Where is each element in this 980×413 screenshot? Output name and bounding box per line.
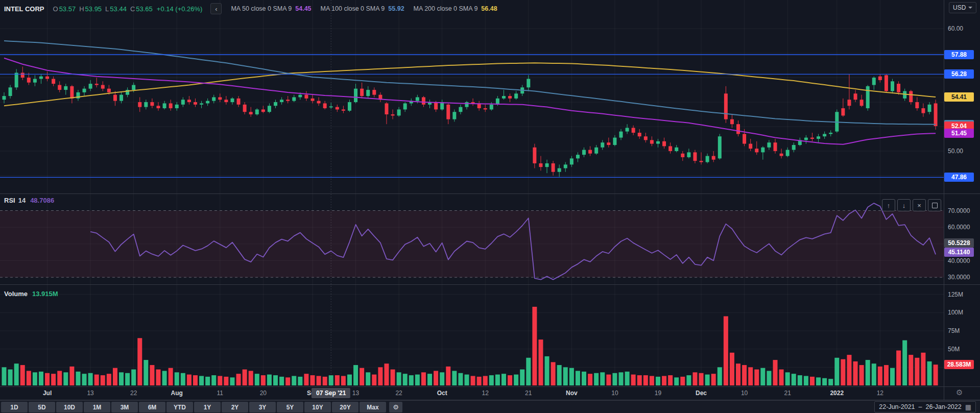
axis-settings-gear-icon[interactable]: ⚙ — [956, 388, 963, 397]
time-tick-11: 11 — [217, 390, 223, 397]
range-button-max[interactable]: Max — [360, 402, 386, 412]
range-button-10y[interactable]: 10Y — [304, 402, 331, 412]
range-button-5d[interactable]: 5D — [29, 402, 55, 412]
time-axis[interactable]: Jul1322Aug1120Sep1322Oct1221Nov1019Dec10… — [0, 387, 980, 400]
time-tick-22: 22 — [130, 390, 137, 397]
ma100-value: 55.92 — [388, 5, 404, 12]
time-tick-19: 19 — [655, 390, 661, 397]
rsi-band — [0, 211, 944, 278]
rsi-pane-controls: ↑↓× — [882, 199, 941, 211]
price-label-54.41[interactable]: 54.41 — [944, 92, 974, 102]
move-pane-up-button[interactable]: ↑ — [882, 199, 895, 211]
price-level-lines — [0, 55, 944, 177]
currency-label: USD — [953, 4, 966, 11]
range-button-3m[interactable]: 3M — [111, 402, 138, 412]
toolbar-gear-icon[interactable]: ⚙ — [389, 402, 402, 412]
price-label-57.88[interactable]: 57.88 — [944, 50, 974, 59]
volume-legend: Volume 13.915M — [4, 290, 58, 298]
ma50-value: 54.45 — [295, 5, 311, 12]
symbol-name: INTEL CORP — [4, 5, 44, 13]
maximize-pane-button[interactable] — [928, 199, 941, 211]
range-button-ytd[interactable]: YTD — [166, 402, 193, 412]
range-button-3y[interactable]: 3Y — [249, 402, 276, 412]
range-button-5y[interactable]: 5Y — [277, 402, 303, 412]
volume-label-last[interactable]: 28.583M — [944, 360, 974, 369]
close-label: C — [130, 5, 135, 13]
time-tick-Nov: Nov — [566, 390, 578, 397]
gridlines — [0, 0, 944, 386]
rsi-tick-70.0000: 70.0000 — [948, 207, 970, 214]
close-value: 53.65 — [136, 5, 153, 13]
rsi-tick-30.0000: 30.0000 — [948, 274, 970, 281]
time-tick-12: 12 — [482, 390, 489, 397]
price-label-51.45[interactable]: 51.45 — [944, 129, 974, 138]
time-tick-Jul: Jul — [43, 390, 52, 397]
collapse-legend-button[interactable]: ‹ — [210, 3, 222, 14]
range-button-6m[interactable]: 6M — [139, 402, 165, 412]
price-label-56.28[interactable]: 56.28 — [944, 69, 974, 79]
chevron-left-icon: ‹ — [215, 5, 217, 13]
ma50-legend: MA 50 close 0 SMA 954.45 — [231, 5, 311, 12]
time-tick-Aug: Aug — [171, 390, 183, 397]
ma200-line — [4, 63, 936, 106]
range-button-1y[interactable]: 1Y — [194, 402, 221, 412]
rsi-value: 48.7086 — [30, 197, 54, 204]
low-value: 53.44 — [110, 5, 127, 13]
range-button-10d[interactable]: 10D — [56, 402, 83, 412]
ma50-line — [4, 58, 936, 144]
change-value: +0.14 (+0.26%) — [157, 5, 203, 13]
price-tick-50.00: 50.00 — [948, 148, 963, 155]
ma200-legend: MA 200 close 0 SMA 956.48 — [414, 5, 497, 12]
rsi-period: 14 — [18, 197, 26, 204]
ma100-line — [4, 41, 936, 125]
volume-value: 13.915M — [32, 290, 58, 298]
range-button-20y[interactable]: 20Y — [332, 402, 358, 412]
volume-tick-75M: 75M — [948, 327, 960, 334]
time-tick-10: 10 — [741, 390, 748, 397]
ma100-legend: MA 100 close 0 SMA 955.92 — [321, 5, 404, 12]
time-tick-2022: 2022 — [830, 390, 844, 397]
time-tick-20: 20 — [260, 390, 267, 397]
currency-selector[interactable]: USD — [949, 2, 976, 13]
volume-tick-50M: 50M — [948, 346, 960, 353]
time-tick-12: 12 — [877, 390, 883, 397]
price-label-47.86[interactable]: 47.86 — [944, 173, 974, 182]
rsi-label-50.5228[interactable]: 50.5228 — [944, 238, 974, 248]
time-tick-21: 21 — [784, 390, 791, 397]
time-tick-13: 13 — [352, 390, 359, 397]
date-to: 26-Jan-2022 — [926, 403, 962, 410]
chevron-down-icon — [968, 7, 972, 9]
maximize-icon — [932, 203, 938, 208]
time-tick-22: 22 — [395, 390, 402, 397]
volume-tick-100M: 100M — [948, 309, 963, 316]
volume-bars — [2, 307, 938, 385]
move-pane-down-button[interactable]: ↓ — [897, 199, 911, 211]
calendar-icon: ▦ — [965, 403, 971, 411]
ma200-value: 56.48 — [481, 5, 497, 12]
remove-pane-button[interactable]: × — [913, 199, 926, 211]
range-button-2y[interactable]: 2Y — [222, 402, 248, 412]
low-label: L — [105, 5, 109, 13]
rsi-tick-40.0000: 40.0000 — [948, 257, 970, 264]
rsi-legend: RSI 14 48.7086 — [4, 197, 54, 204]
date-range-picker[interactable]: 22-Jun-2021 – 26-Jan-2022 ▦ — [874, 401, 976, 412]
volume-title: Volume — [4, 290, 28, 298]
high-label: H — [79, 5, 84, 13]
time-tick-Dec: Dec — [696, 390, 707, 397]
range-button-1m[interactable]: 1M — [84, 402, 110, 412]
date-separator: – — [919, 403, 922, 410]
open-value: 53.57 — [59, 5, 76, 13]
time-tick-Oct: Oct — [437, 390, 447, 397]
chart-canvas[interactable] — [0, 0, 980, 413]
volume-tick-125M: 125M — [948, 291, 963, 298]
candles — [3, 67, 938, 177]
symbol-legend: INTEL CORP O 53.57 H 53.95 L 53.44 C 53.… — [4, 3, 497, 14]
bottom-toolbar: 1D5D10D1M3M6MYTD1Y2Y3Y5Y10Y20YMax⚙ 22-Ju… — [0, 400, 980, 413]
date-from: 22-Jun-2021 — [879, 403, 915, 410]
price-tick-60.00: 60.00 — [948, 25, 963, 32]
high-value: 53.95 — [85, 5, 102, 13]
rsi-label-45.1140[interactable]: 45.1140 — [944, 248, 974, 257]
rsi-tick-60.0000: 60.0000 — [948, 224, 970, 231]
range-button-1d[interactable]: 1D — [1, 402, 28, 412]
crosshair-date-label: 07 Sep '21 — [312, 388, 350, 398]
